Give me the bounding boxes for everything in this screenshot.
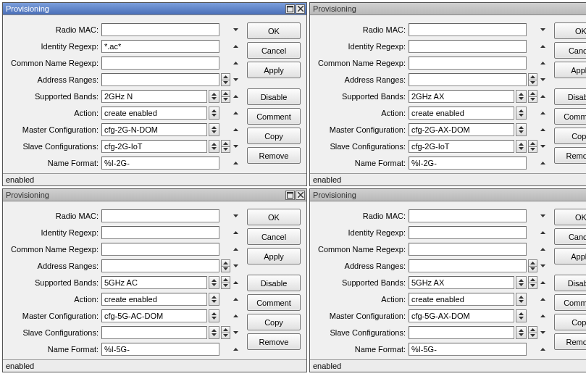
identity_regexp-toggle[interactable] [232, 229, 240, 237]
address_ranges-spinner[interactable] [221, 259, 230, 272]
action-dropdown[interactable] [516, 107, 527, 120]
slave_config-dropdown[interactable] [209, 326, 219, 339]
radio_mac-toggle[interactable] [232, 212, 240, 220]
slave_config-dropdown[interactable] [516, 140, 527, 153]
master_config-toggle[interactable] [539, 312, 547, 320]
slave_config-dropdown[interactable] [209, 140, 219, 153]
slave_config-toggle[interactable] [232, 143, 240, 151]
identity_regexp-toggle[interactable] [232, 43, 240, 51]
titlebar[interactable]: Provisioning [3, 189, 306, 201]
apply-button[interactable]: Apply [247, 248, 301, 264]
supported_bands-spinner[interactable] [528, 276, 537, 289]
radio_mac-input[interactable] [101, 23, 219, 36]
copy-button[interactable]: Copy [554, 128, 586, 144]
name_format-toggle[interactable] [539, 346, 547, 354]
address_ranges-toggle[interactable] [232, 76, 240, 84]
action-toggle[interactable] [539, 296, 547, 304]
comment-button[interactable]: Comment [247, 108, 301, 125]
common_name_regexp-toggle[interactable] [539, 59, 547, 67]
name_format-input[interactable] [409, 343, 527, 356]
identity_regexp-input[interactable] [409, 40, 527, 53]
common_name_regexp-input[interactable] [101, 57, 219, 70]
supported_bands-spinner[interactable] [221, 276, 230, 289]
cancel-button[interactable]: Cancel [247, 228, 301, 245]
supported_bands-input[interactable] [409, 276, 514, 289]
name_format-input[interactable] [101, 343, 219, 356]
slave_config-input[interactable] [101, 326, 207, 339]
supported_bands-dropdown[interactable] [209, 90, 219, 103]
address_ranges-input[interactable] [101, 73, 219, 86]
supported_bands-input[interactable] [101, 276, 207, 289]
comment-button[interactable]: Comment [554, 294, 586, 311]
master_config-dropdown[interactable] [516, 309, 527, 322]
action-toggle[interactable] [539, 109, 547, 117]
slave_config-input[interactable] [409, 140, 514, 153]
name_format-toggle[interactable] [539, 159, 547, 167]
disable-button[interactable]: Disable [554, 275, 586, 291]
radio_mac-input[interactable] [409, 209, 527, 222]
action-input[interactable] [101, 107, 207, 120]
action-dropdown[interactable] [209, 107, 219, 120]
supported_bands-dropdown[interactable] [516, 90, 527, 103]
common_name_regexp-input[interactable] [409, 57, 527, 70]
master_config-dropdown[interactable] [209, 123, 219, 136]
ok-button[interactable]: OK [554, 22, 586, 39]
supported_bands-spinner[interactable] [221, 90, 230, 103]
identity_regexp-input[interactable] [409, 226, 527, 239]
master_config-toggle[interactable] [232, 312, 240, 320]
remove-button[interactable]: Remove [247, 147, 301, 164]
name_format-input[interactable] [409, 157, 527, 170]
cancel-button[interactable]: Cancel [554, 228, 586, 245]
action-toggle[interactable] [232, 109, 240, 117]
master_config-input[interactable] [409, 123, 514, 136]
name_format-toggle[interactable] [232, 346, 240, 354]
common_name_regexp-input[interactable] [409, 243, 527, 256]
slave_config-spinner[interactable] [221, 140, 230, 153]
titlebar[interactable]: Provisioning [3, 3, 306, 15]
apply-button[interactable]: Apply [247, 62, 301, 78]
supported_bands-spinner[interactable] [528, 90, 537, 103]
master_config-dropdown[interactable] [209, 309, 219, 322]
radio_mac-toggle[interactable] [539, 212, 547, 220]
slave_config-toggle[interactable] [232, 329, 240, 337]
identity_regexp-input[interactable] [101, 226, 219, 239]
address_ranges-input[interactable] [101, 259, 219, 272]
address_ranges-spinner[interactable] [528, 259, 537, 272]
slave_config-input[interactable] [409, 326, 514, 339]
address_ranges-toggle[interactable] [539, 76, 547, 84]
supported_bands-toggle[interactable] [539, 279, 547, 287]
slave_config-toggle[interactable] [539, 329, 547, 337]
master_config-input[interactable] [409, 309, 514, 322]
radio_mac-toggle[interactable] [232, 26, 240, 34]
slave_config-dropdown[interactable] [516, 326, 527, 339]
titlebar[interactable]: Provisioning [310, 189, 586, 201]
remove-button[interactable]: Remove [247, 333, 301, 350]
address_ranges-toggle[interactable] [539, 262, 547, 270]
action-dropdown[interactable] [516, 293, 527, 306]
common_name_regexp-toggle[interactable] [232, 246, 240, 254]
slave_config-toggle[interactable] [539, 143, 547, 151]
master_config-dropdown[interactable] [516, 123, 527, 136]
identity_regexp-toggle[interactable] [539, 43, 547, 51]
radio_mac-input[interactable] [409, 23, 527, 36]
action-dropdown[interactable] [209, 293, 219, 306]
disable-button[interactable]: Disable [554, 88, 586, 105]
radio_mac-toggle[interactable] [539, 26, 547, 34]
copy-button[interactable]: Copy [554, 314, 586, 330]
master_config-toggle[interactable] [539, 126, 547, 134]
address_ranges-input[interactable] [409, 259, 527, 272]
cancel-button[interactable]: Cancel [554, 42, 586, 59]
common_name_regexp-input[interactable] [101, 243, 219, 256]
supported_bands-input[interactable] [409, 90, 514, 103]
identity_regexp-input[interactable] [101, 40, 219, 53]
ok-button[interactable]: OK [554, 209, 586, 225]
address_ranges-spinner[interactable] [221, 73, 230, 86]
address_ranges-spinner[interactable] [528, 73, 537, 86]
cancel-button[interactable]: Cancel [247, 42, 301, 59]
action-toggle[interactable] [232, 296, 240, 304]
common_name_regexp-toggle[interactable] [232, 59, 240, 67]
supported_bands-dropdown[interactable] [209, 276, 219, 289]
disable-button[interactable]: Disable [247, 88, 301, 105]
apply-button[interactable]: Apply [554, 248, 586, 264]
address_ranges-toggle[interactable] [232, 262, 240, 270]
